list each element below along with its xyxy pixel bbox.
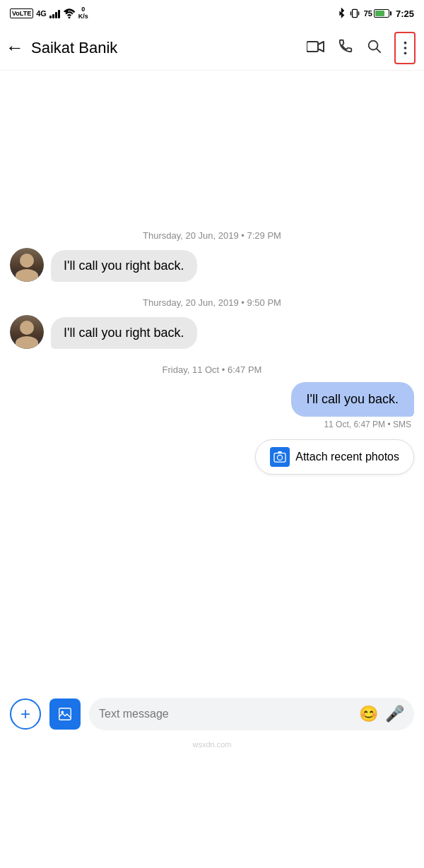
watermark: wsxdn.com xyxy=(0,740,424,751)
svg-point-0 xyxy=(68,17,70,19)
bluetooth-icon xyxy=(337,8,346,19)
video-call-icon[interactable] xyxy=(307,39,325,57)
svg-rect-3 xyxy=(358,11,359,16)
chat-spacer xyxy=(10,78,414,219)
clock: 7:25 xyxy=(396,8,414,19)
signal-bars xyxy=(49,8,60,18)
svg-point-8 xyxy=(404,47,406,49)
upload-icon xyxy=(57,706,73,722)
more-options-button[interactable] xyxy=(394,32,416,64)
message-input[interactable] xyxy=(99,708,352,720)
bubble-received-2: I'll call you right back. xyxy=(51,317,197,349)
svg-rect-2 xyxy=(350,11,351,16)
input-bar: + 😊 🎤 xyxy=(0,692,424,740)
svg-point-7 xyxy=(404,41,406,44)
timestamp-1: Thursday, 20 Jun, 2019 • 7:29 PM xyxy=(10,230,414,241)
add-button[interactable]: + xyxy=(10,698,41,730)
text-input-wrap[interactable]: 😊 🎤 xyxy=(89,698,414,730)
avatar-2 xyxy=(10,315,44,349)
back-button[interactable]: ← xyxy=(6,37,24,59)
header-icons xyxy=(307,32,416,64)
battery-indicator: 75 xyxy=(364,9,391,18)
upload-button[interactable] xyxy=(49,698,81,730)
network-type: 4G xyxy=(36,9,47,18)
status-bar-left: VoLTE 4G 0K/s xyxy=(10,6,88,20)
search-icon[interactable] xyxy=(366,38,382,58)
wifi-icon xyxy=(63,8,76,18)
svg-line-6 xyxy=(377,49,380,52)
attach-photo-icon xyxy=(270,447,290,467)
svg-rect-1 xyxy=(352,9,357,17)
bubble-received-1: I'll call you right back. xyxy=(51,250,197,282)
svg-rect-10 xyxy=(274,453,285,462)
attach-photos-label: Attach recent photos xyxy=(295,451,399,463)
status-bar: VoLTE 4G 0K/s 75 xyxy=(0,0,424,25)
sent-meta-1: 11 Oct, 6:47 PM • SMS xyxy=(324,420,411,429)
chat-area: Thursday, 20 Jun, 2019 • 7:29 PM I'll ca… xyxy=(0,71,424,692)
avatar-1 xyxy=(10,248,44,282)
svg-rect-4 xyxy=(307,42,318,52)
vibrate-icon xyxy=(350,8,360,19)
timestamp-2: Thursday, 20 Jun, 2019 • 9:50 PM xyxy=(10,297,414,308)
svg-point-11 xyxy=(278,455,283,460)
svg-rect-13 xyxy=(59,708,71,720)
contact-name: Saikat Banik xyxy=(31,39,307,57)
network-speed: 0K/s xyxy=(78,6,88,20)
status-bar-right: 75 7:25 xyxy=(337,8,414,19)
emoji-button[interactable]: 😊 xyxy=(359,705,378,723)
phone-call-icon[interactable] xyxy=(338,38,353,58)
volte-badge: VoLTE xyxy=(10,8,33,18)
svg-rect-12 xyxy=(278,451,282,453)
message-row-1: I'll call you right back. xyxy=(10,248,414,282)
attach-row: Attach recent photos xyxy=(10,439,414,475)
message-row-2: I'll call you right back. xyxy=(10,315,414,349)
svg-point-9 xyxy=(404,52,406,54)
header: ← Saikat Banik xyxy=(0,25,424,71)
message-row-sent-1: I'll call you back. 11 Oct, 6:47 PM • SM… xyxy=(10,382,414,429)
mic-button[interactable]: 🎤 xyxy=(385,705,404,723)
add-icon: + xyxy=(20,706,30,723)
timestamp-3: Friday, 11 Oct • 6:47 PM xyxy=(10,364,414,375)
bubble-sent-1: I'll call you back. xyxy=(291,382,415,417)
attach-photos-button[interactable]: Attach recent photos xyxy=(255,439,414,475)
